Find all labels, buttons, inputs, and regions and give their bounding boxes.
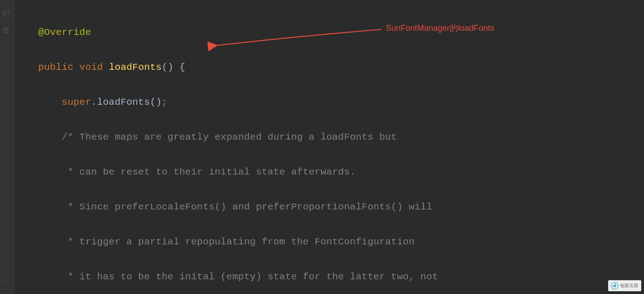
super-call: loadFonts bbox=[97, 97, 150, 107]
comment-line: * trigger a partial repopulating from th… bbox=[15, 233, 635, 251]
comment-line: * can be reset to their initial state af… bbox=[15, 164, 635, 181]
annotation-override: @Override bbox=[38, 27, 91, 38]
code-line: @Override bbox=[15, 24, 635, 41]
comment-line: * it has to be the inital (empty) state … bbox=[15, 268, 635, 286]
override-gutter-icon[interactable]: o↑ bbox=[3, 9, 11, 17]
code-line: public void loadFonts() { bbox=[15, 59, 635, 76]
annotation-text: SunFontManager的loadFonts bbox=[386, 23, 494, 34]
comment-line: * Since preferLocaleFonts() and preferPr… bbox=[15, 198, 635, 216]
editor-gutter: o↑ ⊟ ∟ bbox=[0, 0, 15, 294]
code-editor[interactable]: @Override public void loadFonts() { supe… bbox=[15, 6, 635, 294]
code-line: super.loadFonts(); bbox=[15, 94, 635, 111]
watermark: 创新互联 bbox=[608, 280, 641, 291]
fold-marker-icon[interactable]: ⊟ bbox=[3, 27, 9, 34]
watermark-text: 创新互联 bbox=[620, 283, 638, 289]
fold-end-marker-icon[interactable]: ∟ bbox=[3, 277, 10, 284]
watermark-logo-icon bbox=[611, 282, 618, 289]
comment-line: /* These maps are greatly expanded durin… bbox=[15, 129, 635, 146]
method-name: loadFonts bbox=[109, 62, 162, 73]
